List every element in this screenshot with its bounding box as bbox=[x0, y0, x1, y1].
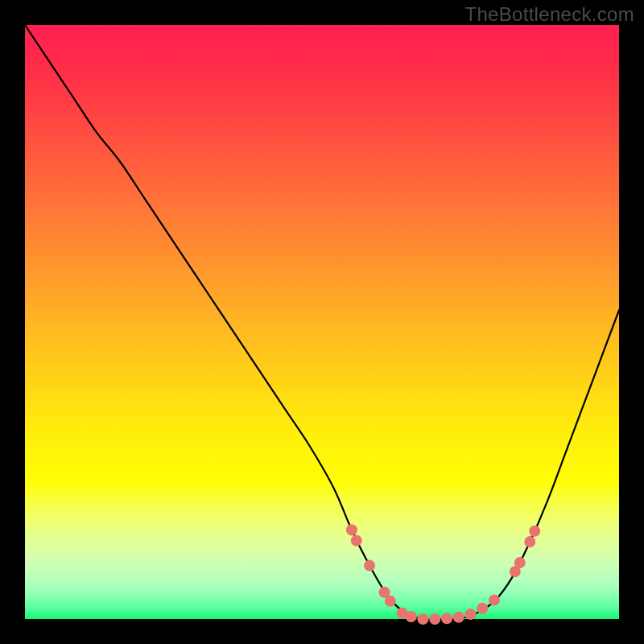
curve-marker bbox=[406, 611, 417, 622]
curve-marker bbox=[346, 524, 357, 535]
watermark-text: TheBottleneck.com bbox=[464, 3, 634, 26]
curve-marker bbox=[441, 613, 452, 624]
curve-marker bbox=[364, 560, 375, 572]
curve-marker bbox=[524, 536, 535, 547]
curve-marker bbox=[385, 596, 396, 607]
curve-marker bbox=[489, 594, 500, 605]
curve-marker bbox=[477, 603, 488, 614]
curve-marker bbox=[529, 526, 540, 537]
curve-marker bbox=[417, 613, 428, 625]
bottleneck-curve-svg bbox=[25, 25, 619, 619]
curve-marker bbox=[429, 613, 440, 625]
chart-frame: TheBottleneck.com bbox=[0, 0, 644, 644]
curve-marker bbox=[514, 557, 526, 568]
curve-marker bbox=[453, 612, 464, 623]
curve-marker bbox=[465, 609, 477, 620]
curve-marker bbox=[351, 535, 362, 547]
